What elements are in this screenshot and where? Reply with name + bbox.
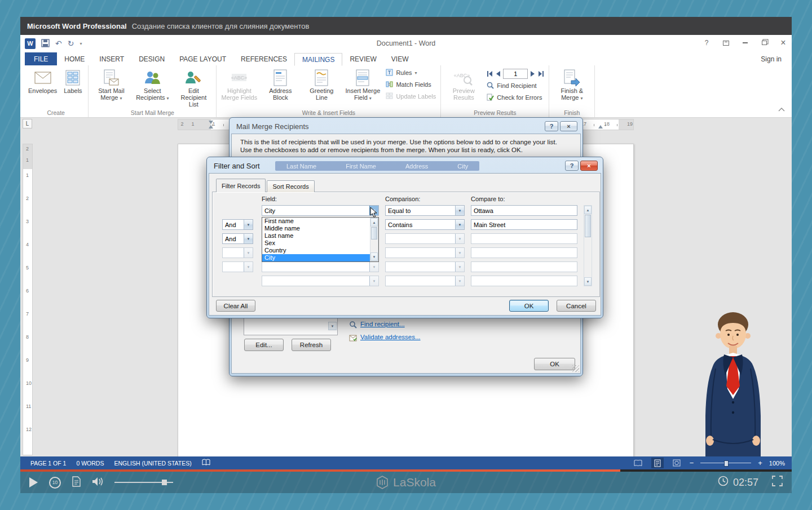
tab-design[interactable]: DESIGN — [131, 52, 172, 65]
dropdown-option[interactable]: First name — [262, 218, 378, 225]
record-number-input[interactable] — [503, 69, 528, 79]
right-indent-marker[interactable] — [598, 125, 603, 128]
dropdown-option[interactable]: Country — [262, 247, 378, 254]
play-button[interactable] — [29, 477, 38, 487]
dialog-close-button[interactable]: × — [580, 161, 598, 171]
zoom-in-button[interactable]: + — [758, 459, 762, 467]
start-mail-merge-button[interactable]: Start Mail Merge ▾ — [91, 66, 131, 109]
tab-view[interactable]: VIEW — [384, 52, 416, 65]
refresh-button[interactable]: Refresh — [292, 339, 331, 351]
check-for-errors-button[interactable]: Check for Errors — [484, 92, 546, 103]
tab-mailings[interactable]: MAILINGS — [294, 53, 342, 66]
language-indicator[interactable]: ENGLISH (UNITED STATES) — [114, 460, 191, 467]
recipients-dialog-titlebar[interactable]: Mail Merge Recipients ? × — [231, 119, 581, 134]
combo-arrow-icon[interactable] — [244, 234, 253, 243]
print-layout-button[interactable] — [651, 458, 664, 468]
help-button[interactable]: ? — [701, 38, 712, 48]
tab-references[interactable]: REFERENCES — [233, 52, 294, 65]
lesson-notes-icon[interactable] — [72, 476, 81, 489]
tab-selector[interactable]: L — [23, 119, 32, 128]
field-dropdown-list[interactable]: First name Middle name Last name Sex Cou… — [262, 217, 379, 262]
rewind-10-button[interactable]: 10 — [49, 477, 61, 489]
comparison-combobox-row2[interactable]: Contains — [385, 219, 465, 230]
select-recipients-button[interactable]: Select Recipients ▾ — [132, 66, 173, 109]
scroll-up-icon[interactable] — [584, 206, 592, 214]
previous-record-button[interactable] — [496, 69, 500, 79]
conjunction-combobox-row3[interactable]: And — [222, 233, 253, 244]
ribbon-display-options-button[interactable] — [721, 38, 731, 48]
dialog-close-button[interactable]: × — [560, 121, 577, 131]
hanging-indent-marker[interactable] — [209, 125, 213, 128]
web-layout-button[interactable] — [670, 458, 683, 468]
first-record-button[interactable] — [487, 69, 493, 79]
tab-page-layout[interactable]: PAGE LAYOUT — [172, 52, 233, 65]
volume-icon[interactable] — [92, 477, 103, 489]
compare-to-input-row2[interactable] — [471, 219, 577, 230]
read-mode-button[interactable] — [632, 458, 645, 468]
edit-recipient-list-button[interactable]: Edit Recipient List — [173, 66, 214, 109]
recipients-ok-button[interactable]: OK — [534, 358, 575, 370]
proofing-icon[interactable] — [202, 459, 210, 467]
envelopes-button[interactable]: Envelopes — [26, 66, 59, 109]
scroll-up-icon[interactable] — [370, 218, 378, 227]
volume-slider-thumb[interactable] — [162, 480, 167, 485]
data-source-listbox[interactable]: ▼ — [244, 316, 338, 335]
zoom-out-button[interactable]: − — [690, 459, 694, 467]
vertical-ruler[interactable]: 21 123456789101112 — [23, 144, 33, 455]
minimize-button[interactable] — [740, 38, 750, 48]
scroll-down-icon[interactable] — [370, 252, 378, 261]
tab-file[interactable]: FILE — [25, 52, 57, 65]
dropdown-option-selected[interactable]: City — [262, 254, 378, 261]
dropdown-option[interactable]: Last name — [262, 232, 378, 240]
filter-cancel-button[interactable]: Cancel — [557, 300, 596, 312]
comparison-combobox-row1[interactable]: Equal to — [385, 205, 465, 216]
find-recipient-link[interactable]: Find recipient... — [360, 321, 405, 327]
dialog-help-button[interactable]: ? — [545, 121, 558, 131]
field-combobox-row1[interactable]: City — [262, 205, 379, 216]
combo-arrow-icon[interactable] — [455, 220, 464, 229]
dropdown-option[interactable]: Middle name — [262, 225, 378, 232]
tab-home[interactable]: HOME — [57, 52, 92, 65]
combo-arrow-icon[interactable] — [244, 220, 253, 229]
zoom-slider-thumb[interactable] — [724, 460, 729, 467]
clear-all-button[interactable]: Clear All — [216, 300, 255, 312]
address-block-button[interactable]: Address Block — [260, 66, 301, 109]
volume-slider[interactable] — [114, 479, 173, 486]
dialog-help-button[interactable]: ? — [565, 161, 579, 171]
next-record-button[interactable] — [531, 69, 535, 79]
sign-in-link[interactable]: Sign in — [761, 55, 782, 63]
conjunction-combobox-row2[interactable]: And — [222, 219, 253, 230]
restore-button[interactable] — [759, 38, 769, 48]
tab-sort-records[interactable]: Sort Records — [267, 180, 314, 192]
match-fields-button[interactable]: Match Fields — [383, 79, 438, 90]
rules-button[interactable]: Rules ▾ — [383, 68, 438, 78]
filter-ok-button[interactable]: OK — [509, 300, 549, 312]
close-button[interactable]: × — [778, 38, 788, 48]
labels-button[interactable]: Labels — [60, 66, 86, 109]
last-record-button[interactable] — [538, 69, 544, 79]
greeting-line-button[interactable]: Greeting Line — [301, 66, 342, 109]
tab-review[interactable]: REVIEW — [342, 52, 383, 65]
insert-merge-field-button[interactable]: Insert Merge Field ▾ — [342, 66, 383, 109]
page-indicator[interactable]: PAGE 1 OF 1 — [30, 460, 66, 467]
tab-filter-records[interactable]: Filter Records — [216, 179, 266, 192]
scroll-down-icon[interactable] — [584, 277, 592, 286]
validate-addresses-link[interactable]: Validate addresses... — [360, 334, 421, 340]
finish-merge-button[interactable]: Finish & Merge ▾ — [551, 66, 592, 109]
filter-rows-scrollbar[interactable] — [584, 205, 592, 286]
fullscreen-button[interactable] — [772, 476, 783, 489]
compare-to-input-row1[interactable] — [471, 205, 577, 216]
zoom-slider[interactable] — [700, 459, 751, 467]
find-recipient-button[interactable]: Find Recipient — [484, 81, 546, 91]
zoom-percentage[interactable]: 100% — [769, 460, 785, 467]
resize-grip[interactable] — [572, 365, 579, 372]
combo-arrow-icon[interactable] — [455, 206, 464, 215]
dropdown-option[interactable]: Sex — [262, 240, 378, 247]
first-line-indent-marker[interactable] — [209, 121, 213, 124]
dropdown-scrollbar[interactable] — [370, 218, 378, 261]
edit-data-source-button[interactable]: Edit... — [244, 339, 284, 351]
listbox-scroll-down-icon[interactable]: ▼ — [328, 322, 337, 330]
word-count[interactable]: 0 WORDS — [76, 460, 104, 467]
collapse-ribbon-button[interactable] — [778, 104, 785, 114]
filter-dialog-titlebar[interactable]: Filter and Sort Last Name First Name Add… — [209, 159, 601, 173]
